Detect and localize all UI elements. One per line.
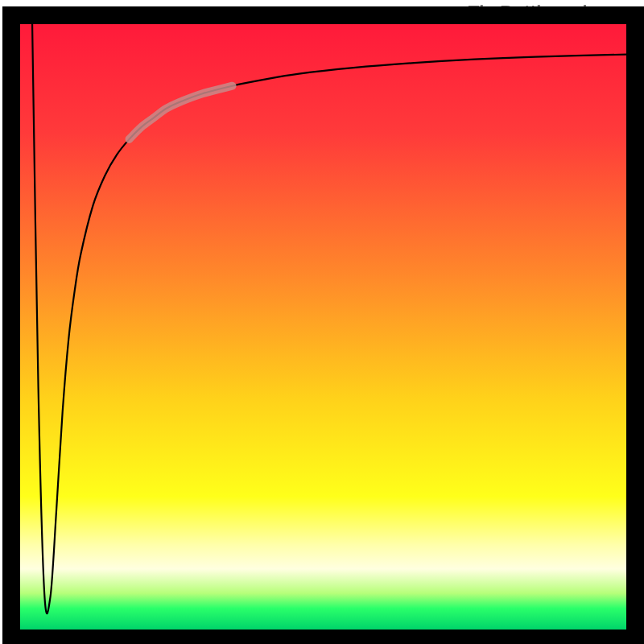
plot-background <box>20 24 626 630</box>
bottleneck-chart <box>0 0 644 644</box>
